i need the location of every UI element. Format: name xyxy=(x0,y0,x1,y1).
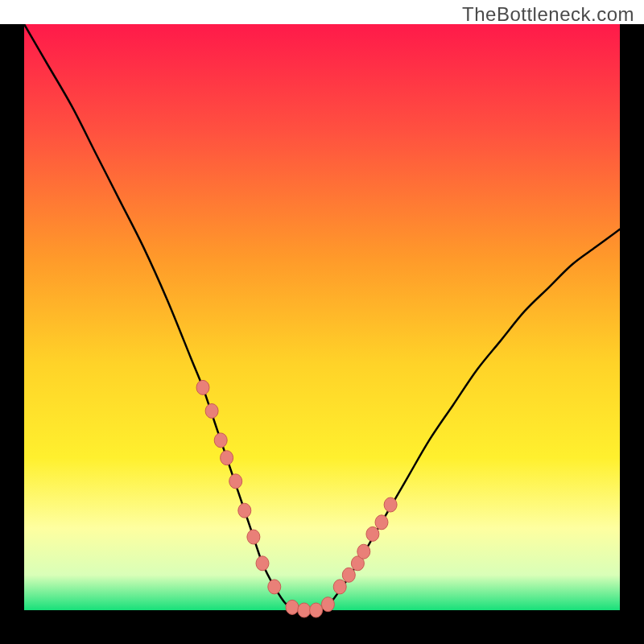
curve-marker xyxy=(196,380,209,394)
curve-marker xyxy=(298,603,311,617)
curve-marker xyxy=(256,556,269,571)
watermark-text: TheBottleneck.com xyxy=(462,3,634,26)
curve-marker xyxy=(375,515,388,530)
curve-marker xyxy=(205,404,218,419)
curve-marker xyxy=(214,433,227,448)
curve-marker xyxy=(238,503,251,518)
curve-marker xyxy=(286,600,299,614)
bottleneck-chart xyxy=(0,24,644,644)
curve-marker xyxy=(384,497,397,512)
chart-gradient-background xyxy=(24,24,620,610)
curve-marker xyxy=(229,474,242,489)
curve-marker xyxy=(221,451,233,465)
curve-marker xyxy=(268,580,281,594)
curve-marker xyxy=(310,603,323,617)
curve-marker xyxy=(321,597,334,612)
curve-marker xyxy=(342,568,355,582)
curve-marker xyxy=(357,544,370,559)
curve-marker xyxy=(333,580,346,594)
curve-marker xyxy=(247,530,260,544)
curve-marker xyxy=(366,526,379,541)
